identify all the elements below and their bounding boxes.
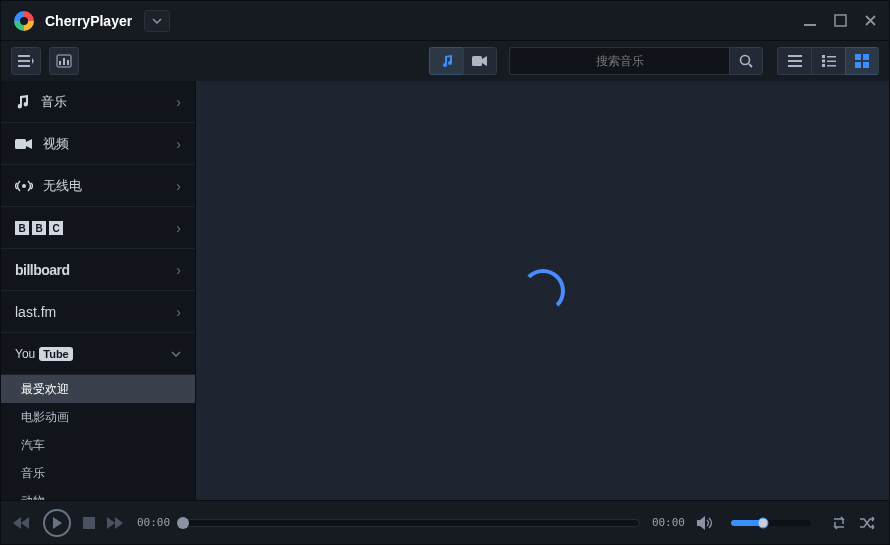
view-mode-toggle bbox=[777, 47, 879, 75]
sidebar-item-video[interactable]: 视频 › bbox=[1, 123, 195, 165]
chevron-down-icon bbox=[152, 18, 162, 24]
bbc-icon: B B C bbox=[15, 220, 63, 236]
svg-rect-14 bbox=[822, 64, 825, 67]
app-title: CherryPlayer bbox=[45, 13, 132, 29]
volume-button[interactable] bbox=[697, 516, 713, 530]
video-cam-icon bbox=[472, 55, 488, 67]
svg-text:Tube: Tube bbox=[43, 348, 68, 360]
search-icon bbox=[739, 54, 753, 68]
svg-point-9 bbox=[741, 56, 750, 65]
svg-rect-17 bbox=[863, 54, 869, 60]
maximize-icon bbox=[834, 14, 847, 27]
svg-rect-2 bbox=[804, 24, 816, 26]
prev-track-button[interactable] bbox=[13, 516, 31, 530]
sidebar-sub-label: 电影动画 bbox=[21, 409, 69, 426]
volume-icon bbox=[697, 516, 713, 530]
content-area bbox=[196, 81, 889, 500]
svg-rect-10 bbox=[822, 55, 825, 58]
sidebar-sub-label: 音乐 bbox=[21, 465, 45, 482]
play-button[interactable] bbox=[43, 509, 71, 537]
sidebar-sub-most-popular[interactable]: 最受欢迎 bbox=[1, 375, 195, 403]
repeat-button[interactable] bbox=[831, 516, 847, 530]
equalizer-button[interactable] bbox=[49, 47, 79, 75]
menu-button[interactable] bbox=[11, 47, 41, 75]
view-detail-button[interactable] bbox=[811, 47, 845, 75]
search-input[interactable] bbox=[509, 47, 729, 75]
sidebar-item-label: 无线电 bbox=[43, 177, 82, 195]
svg-rect-31 bbox=[83, 517, 95, 529]
view-grid-button[interactable] bbox=[845, 47, 879, 75]
chevron-right-icon: › bbox=[176, 220, 181, 236]
player-bar: 00:00 00:00 bbox=[1, 500, 889, 544]
sidebar-item-radio[interactable]: 无线电 › bbox=[1, 165, 195, 207]
svg-text:B: B bbox=[18, 223, 25, 234]
chevron-right-icon: › bbox=[176, 136, 181, 152]
svg-rect-6 bbox=[63, 58, 65, 65]
play-icon bbox=[43, 509, 71, 537]
skip-next-icon bbox=[107, 516, 125, 530]
time-remaining: 00:00 bbox=[652, 516, 685, 529]
maximize-button[interactable] bbox=[827, 8, 853, 34]
music-note-icon bbox=[440, 54, 454, 68]
search-box bbox=[509, 47, 763, 75]
svg-rect-20 bbox=[15, 139, 26, 149]
stop-button[interactable] bbox=[83, 517, 95, 529]
svg-rect-7 bbox=[67, 60, 69, 65]
video-cam-icon bbox=[15, 138, 33, 150]
grid-icon bbox=[855, 54, 869, 68]
svg-rect-8 bbox=[472, 56, 482, 66]
sidebar-item-label: 视频 bbox=[43, 135, 69, 153]
svg-rect-5 bbox=[59, 61, 61, 65]
sidebar-sub-label: 动物 bbox=[21, 493, 45, 501]
repeat-icon bbox=[831, 516, 847, 530]
music-note-icon bbox=[15, 94, 31, 110]
sidebar-item-youtube[interactable]: You Tube bbox=[1, 333, 195, 375]
sidebar-item-lastfm[interactable]: last.fm › bbox=[1, 291, 195, 333]
volume-thumb[interactable] bbox=[758, 517, 769, 528]
sidebar-sub-animals[interactable]: 动物 bbox=[1, 487, 195, 500]
shuffle-icon bbox=[859, 516, 877, 530]
svg-point-1 bbox=[20, 17, 28, 25]
media-video-button[interactable] bbox=[463, 47, 497, 75]
svg-point-21 bbox=[22, 184, 26, 188]
media-music-button[interactable] bbox=[429, 47, 463, 75]
app-window: CherryPlayer bbox=[0, 0, 890, 545]
sidebar-sub-movies-animation[interactable]: 电影动画 bbox=[1, 403, 195, 431]
sidebar-sub-cars[interactable]: 汽车 bbox=[1, 431, 195, 459]
svg-rect-19 bbox=[863, 62, 869, 68]
svg-rect-13 bbox=[827, 61, 836, 63]
view-list-button[interactable] bbox=[777, 47, 811, 75]
loading-spinner-icon bbox=[521, 269, 565, 313]
top-toolbar bbox=[1, 41, 889, 81]
volume-slider[interactable] bbox=[731, 520, 811, 526]
next-track-button[interactable] bbox=[107, 516, 125, 530]
billboard-icon: billboard bbox=[15, 262, 70, 278]
list-detail-icon bbox=[822, 55, 836, 67]
chevron-down-icon bbox=[171, 351, 181, 357]
close-button[interactable] bbox=[857, 8, 883, 34]
sidebar-sub-music[interactable]: 音乐 bbox=[1, 459, 195, 487]
sidebar-item-music[interactable]: 音乐 › bbox=[1, 81, 195, 123]
svg-rect-12 bbox=[822, 60, 825, 63]
title-bar: CherryPlayer bbox=[1, 1, 889, 41]
body: 音乐 › 视频 › 无线电 › B B C › bbox=[1, 81, 889, 500]
sidebar: 音乐 › 视频 › 无线电 › B B C › bbox=[1, 81, 196, 500]
sidebar-item-bbc[interactable]: B B C › bbox=[1, 207, 195, 249]
radio-icon bbox=[15, 179, 33, 193]
stop-icon bbox=[83, 517, 95, 529]
sidebar-item-label: 音乐 bbox=[41, 93, 67, 111]
sidebar-item-billboard[interactable]: billboard › bbox=[1, 249, 195, 291]
svg-text:B: B bbox=[35, 223, 42, 234]
chevron-right-icon: › bbox=[176, 178, 181, 194]
shuffle-button[interactable] bbox=[859, 516, 877, 530]
media-type-toggle bbox=[429, 47, 497, 75]
progress-thumb[interactable] bbox=[177, 517, 189, 529]
time-elapsed: 00:00 bbox=[137, 516, 170, 529]
svg-rect-3 bbox=[835, 15, 846, 26]
progress-slider[interactable] bbox=[182, 519, 640, 527]
app-logo bbox=[13, 10, 35, 32]
title-dropdown-button[interactable] bbox=[144, 10, 170, 32]
minimize-button[interactable] bbox=[797, 8, 823, 34]
search-button[interactable] bbox=[729, 47, 763, 75]
svg-rect-16 bbox=[855, 54, 861, 60]
